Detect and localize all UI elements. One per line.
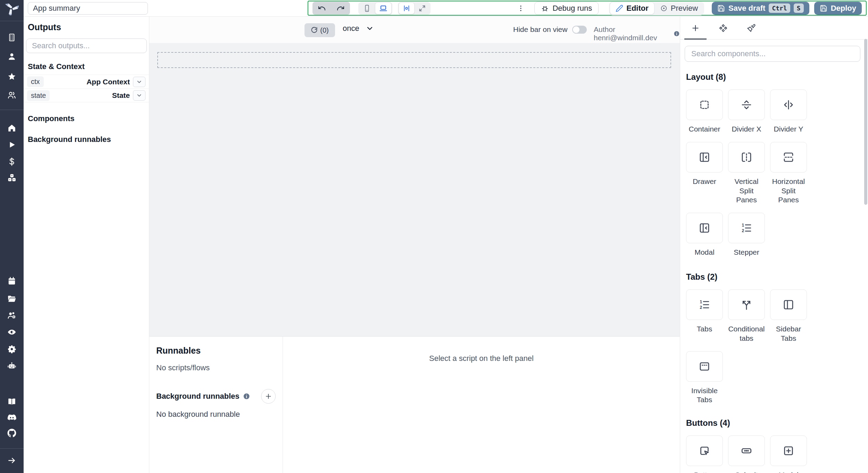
- search-components-input[interactable]: [685, 46, 860, 62]
- tab-component-settings[interactable]: [709, 17, 737, 39]
- topbar: Debug runs Editor Preview Save draft Ctr…: [24, 0, 868, 17]
- output-row-ctx[interactable]: ctx App Context: [24, 75, 149, 88]
- info-icon[interactable]: [674, 30, 680, 37]
- sidebar-divider: [0, 21, 24, 21]
- sidebar-item-ai[interactable]: [5, 359, 19, 373]
- folder-open-icon: [7, 294, 16, 303]
- kbd-ctrl: Ctrl: [769, 3, 790, 13]
- sidebar-item-docs[interactable]: [5, 395, 19, 408]
- desktop-view-button[interactable]: [375, 2, 392, 14]
- component-icon: [719, 24, 728, 33]
- bug-icon: [541, 4, 549, 12]
- deploy-button[interactable]: Deploy: [814, 2, 862, 15]
- background-runnables-title: Background runnables: [156, 392, 240, 401]
- hide-bar-toggle[interactable]: [572, 26, 587, 34]
- bot-icon: [7, 361, 16, 370]
- panel-scrollbar[interactable]: [864, 39, 867, 205]
- container-card[interactable]: [686, 90, 723, 120]
- component-item-stepper: 12 Stepper: [728, 213, 765, 257]
- ctx-badge: ctx: [27, 76, 44, 87]
- tabs-card[interactable]: 12: [686, 289, 723, 320]
- save-draft-button[interactable]: Save draft Ctrl S: [712, 2, 809, 15]
- submit-form-card[interactable]: [728, 436, 765, 466]
- redo-button[interactable]: [331, 2, 350, 15]
- divider-y-card[interactable]: [770, 90, 807, 120]
- modal-card[interactable]: [686, 213, 723, 243]
- pencil-icon: [616, 5, 623, 12]
- app-canvas-grid[interactable]: [149, 43, 680, 336]
- sidebar-item-home[interactable]: [5, 121, 19, 135]
- empty-drop-zone[interactable]: [157, 52, 671, 68]
- state-expand-button[interactable]: [133, 90, 145, 101]
- components-scroll-area[interactable]: Layout (8) Container Divider X: [680, 72, 868, 473]
- vertical-split-card[interactable]: [728, 142, 765, 172]
- components-panel: Layout (8) Container Divider X: [680, 17, 868, 473]
- drawer-card[interactable]: [686, 142, 723, 172]
- chevron-down-icon: [136, 79, 142, 85]
- component-label: Conditional tabs: [728, 324, 765, 343]
- ctx-expand-button[interactable]: [133, 77, 145, 87]
- sidebar-item-schedules[interactable]: [5, 274, 19, 288]
- editor-tab[interactable]: Editor: [610, 2, 654, 15]
- refresh-count-button[interactable]: (0): [304, 23, 335, 37]
- sidebar-item-user[interactable]: [5, 50, 19, 64]
- svg-text:1: 1: [742, 223, 744, 228]
- debug-runs-button[interactable]: Debug runs: [534, 2, 599, 15]
- schedule-select[interactable]: once: [343, 24, 374, 33]
- sidebar-item-groups[interactable]: [5, 88, 19, 102]
- sidebar-item-settings[interactable]: [5, 342, 19, 356]
- workspace-sidebar: [0, 0, 24, 473]
- sidebar-item-discord[interactable]: [5, 411, 19, 424]
- mobile-view-button[interactable]: [359, 2, 375, 14]
- sidebar-item-resources[interactable]: [5, 171, 19, 185]
- runnable-editor-placeholder: Select a script on the left panel: [283, 337, 680, 473]
- sidebar-expand-button[interactable]: [5, 454, 19, 467]
- windmill-logo[interactable]: [3, 1, 21, 16]
- tab-css-editor[interactable]: [737, 17, 765, 39]
- conditional-tabs-card[interactable]: [728, 289, 765, 320]
- stepper-card[interactable]: 12: [728, 213, 765, 243]
- component-label: Submit form: [728, 471, 765, 473]
- sidebar-item-folders[interactable]: [5, 292, 19, 306]
- undo-button[interactable]: [312, 2, 331, 15]
- runnables-list: Runnables No scripts/flows Background ru…: [149, 337, 283, 473]
- kbd-s: S: [794, 3, 804, 13]
- sidebar-item-runs[interactable]: [5, 138, 19, 152]
- invisible-tabs-card[interactable]: [686, 351, 723, 382]
- search-outputs-input[interactable]: [26, 39, 147, 53]
- sidebar-item-variables[interactable]: [5, 155, 19, 169]
- info-icon[interactable]: [243, 393, 250, 400]
- preview-tab[interactable]: Preview: [654, 2, 703, 15]
- app-summary-input[interactable]: [28, 2, 148, 15]
- add-background-runnable-button[interactable]: [261, 389, 276, 404]
- sidebar-item-workspace[interactable]: [5, 31, 19, 44]
- center-canvas-button[interactable]: [399, 2, 415, 14]
- horizontal-split-card[interactable]: [770, 142, 807, 172]
- component-label: Stepper: [734, 248, 759, 257]
- device-toggle-group: [358, 2, 392, 15]
- component-label: Tabs: [697, 324, 712, 333]
- modal-form-card[interactable]: [770, 436, 807, 466]
- toggle-knob: [573, 26, 579, 33]
- divider-x-card[interactable]: [728, 90, 765, 120]
- runnables-empty-text: No scripts/flows: [156, 363, 276, 372]
- sidebar-divider: [0, 110, 24, 110]
- more-options-button[interactable]: [515, 2, 527, 15]
- discord-icon: [7, 413, 16, 422]
- sidebar-item-workers[interactable]: [5, 309, 19, 322]
- sidebar-tabs-card[interactable]: [770, 289, 807, 320]
- state-value: State: [112, 91, 130, 100]
- modal-form-icon: [782, 445, 795, 457]
- debug-runs-label: Debug runs: [552, 4, 592, 13]
- tab-insert-component[interactable]: [682, 17, 709, 39]
- svg-text:1: 1: [700, 299, 702, 304]
- user-icon: [7, 52, 16, 61]
- button-card[interactable]: [686, 436, 723, 466]
- output-row-state[interactable]: state State: [24, 88, 149, 102]
- sidebar-item-github[interactable]: [5, 426, 19, 440]
- conditional-tabs-icon: [740, 298, 753, 311]
- fullwidth-canvas-button[interactable]: [415, 2, 430, 14]
- sidebar-item-favorites[interactable]: [5, 70, 19, 84]
- canvas-area: (0) once Hide bar on view Author henri@w…: [149, 17, 680, 336]
- sidebar-item-audit-logs[interactable]: [5, 325, 19, 339]
